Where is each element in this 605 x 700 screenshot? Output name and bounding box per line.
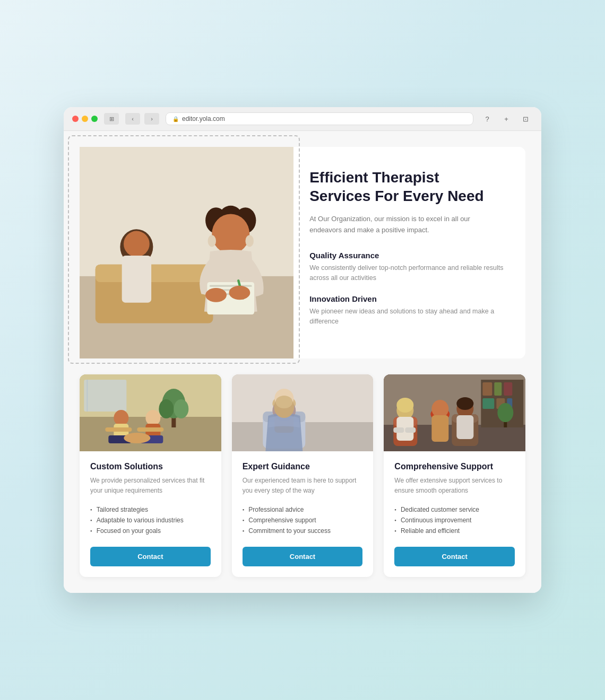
card-expert-guidance: Expert Guidance Our experienced team is … — [232, 374, 374, 576]
list-item: Adaptable to various industries — [90, 515, 211, 526]
svg-point-31 — [114, 410, 128, 426]
list-item: Reliable and efficient — [394, 526, 515, 536]
card-1-desc: We provide personalized services that fi… — [90, 476, 211, 495]
page-content: Efficient Therapist Services For Every N… — [64, 131, 541, 592]
list-item: Professional advice — [243, 504, 363, 515]
svg-point-30 — [174, 399, 188, 418]
svg-point-6 — [124, 231, 150, 257]
browser-toolbar: ⊞ ‹ › 🔒 editor.yola.com ? + ⊡ — [64, 107, 541, 131]
address-bar[interactable]: 🔒 editor.yola.com — [166, 112, 473, 125]
svg-rect-57 — [483, 382, 492, 396]
svg-point-21 — [229, 286, 250, 300]
svg-rect-25 — [84, 380, 126, 412]
hero-text: Efficient Therapist Services For Every N… — [293, 147, 525, 358]
card-3-image — [384, 374, 525, 451]
forward-button[interactable]: › — [144, 113, 159, 125]
browser-window: ⊞ ‹ › 🔒 editor.yola.com ? + ⊡ — [64, 107, 541, 592]
svg-point-29 — [159, 399, 174, 418]
svg-point-39 — [124, 433, 150, 443]
svg-point-12 — [212, 214, 249, 254]
svg-rect-72 — [394, 427, 404, 433]
card-1-contact-button[interactable]: Contact — [90, 547, 211, 566]
cards-section: Custom Solutions We provide personalized… — [80, 374, 525, 576]
hero-subtitle: At Our Organization, our mission is to e… — [309, 214, 504, 236]
svg-rect-41 — [137, 427, 163, 432]
svg-point-14 — [245, 235, 254, 247]
browser-actions: ? + ⊡ — [480, 113, 533, 125]
card-1-list: Tailored strategies Adaptable to various… — [90, 504, 211, 536]
list-item: Dedicated customer service — [394, 504, 515, 515]
close-dot[interactable] — [72, 116, 79, 122]
svg-point-70 — [397, 398, 414, 413]
hero-image-container — [80, 147, 293, 358]
card-comprehensive-support: Comprehensive Support We offer extensive… — [384, 374, 525, 576]
window-controls — [72, 116, 98, 122]
add-tab-button[interactable]: + — [499, 113, 514, 125]
svg-rect-60 — [483, 398, 495, 409]
hero-title: Efficient Therapist Services For Every N… — [309, 168, 504, 205]
svg-rect-7 — [122, 256, 151, 303]
list-item: Continuous improvement — [394, 515, 515, 526]
hero-image — [80, 147, 293, 358]
hero-section: Efficient Therapist Services For Every N… — [80, 147, 525, 358]
card-2-desc: Our experienced team is here to support … — [243, 476, 363, 495]
svg-rect-73 — [405, 427, 416, 433]
minimize-dot[interactable] — [82, 116, 88, 122]
feature-quality-desc: We consistently deliver top-notch perfor… — [309, 263, 504, 284]
svg-rect-38 — [150, 435, 163, 443]
lock-icon: 🔒 — [172, 116, 179, 122]
svg-rect-16 — [210, 285, 252, 287]
card-3-desc: We offer extensive support services to e… — [394, 476, 515, 495]
card-3-contact-button[interactable]: Contact — [394, 547, 515, 566]
list-item: Commitment to your success — [243, 526, 363, 536]
card-1-title: Custom Solutions — [90, 462, 211, 471]
card-2-title: Expert Guidance — [243, 462, 363, 471]
svg-point-20 — [205, 288, 227, 302]
svg-rect-1 — [80, 147, 293, 276]
svg-point-75 — [457, 397, 474, 410]
card-1-image — [80, 374, 221, 451]
svg-rect-79 — [432, 415, 449, 442]
card-custom-solutions: Custom Solutions We provide personalized… — [80, 374, 221, 576]
svg-rect-40 — [105, 427, 132, 432]
feature-quality-title: Quality Assurance — [309, 251, 504, 260]
list-item: Tailored strategies — [90, 504, 211, 515]
feature-quality: Quality Assurance We consistently delive… — [309, 251, 504, 284]
back-button[interactable]: ‹ — [125, 113, 140, 125]
nav-controls: ‹ › — [125, 113, 159, 125]
card-2-body: Expert Guidance Our experienced team is … — [232, 451, 374, 576]
svg-rect-58 — [495, 382, 502, 396]
tabs-button[interactable]: ⊞ — [104, 113, 119, 125]
list-item: Comprehensive support — [243, 515, 363, 526]
svg-point-64 — [498, 403, 514, 422]
svg-point-13 — [208, 235, 217, 247]
share-button[interactable]: ⊡ — [518, 113, 533, 125]
card-3-body: Comprehensive Support We offer extensive… — [384, 451, 525, 576]
maximize-dot[interactable] — [91, 116, 98, 122]
help-button[interactable]: ? — [480, 113, 495, 125]
svg-point-78 — [432, 400, 449, 418]
svg-rect-4 — [96, 265, 213, 282]
card-2-list: Professional advice Comprehensive suppor… — [243, 504, 363, 536]
feature-innovation-title: Innovation Driven — [309, 294, 504, 303]
svg-point-35 — [145, 410, 160, 426]
feature-innovation: Innovation Driven We pioneer new ideas a… — [309, 294, 504, 327]
svg-point-52 — [275, 396, 292, 408]
svg-rect-59 — [504, 382, 513, 396]
svg-rect-76 — [457, 415, 474, 439]
list-item: Focused on your goals — [90, 526, 211, 536]
card-3-list: Dedicated customer service Continuous im… — [394, 504, 515, 536]
svg-rect-26 — [87, 380, 88, 412]
feature-innovation-desc: We pioneer new ideas and solutions to st… — [309, 307, 504, 327]
card-2-image — [232, 374, 374, 451]
card-2-contact-button[interactable]: Contact — [243, 547, 363, 566]
card-3-title: Comprehensive Support — [394, 462, 515, 471]
card-1-body: Custom Solutions We provide personalized… — [80, 451, 221, 576]
